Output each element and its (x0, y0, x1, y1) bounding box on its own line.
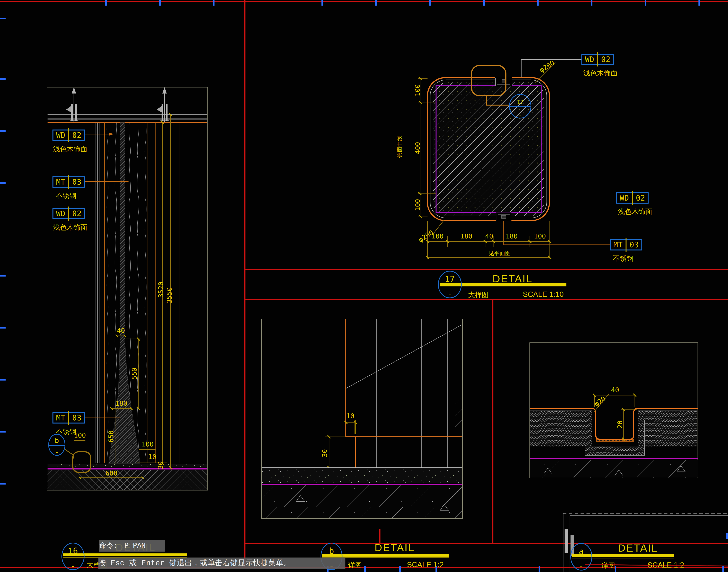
dim-180: 180 (115, 400, 127, 407)
ceiling-anchor-icon (157, 88, 169, 122)
plan-bottom-dimensions: 100 180 40 180 100 见平面图 (426, 221, 551, 259)
dim-3520: 3520 (157, 282, 164, 298)
label-number: 02 (72, 131, 81, 139)
floor-membrane-line (530, 457, 698, 459)
mini-elevation-bars (565, 529, 574, 556)
dim-40: 40 (611, 386, 619, 394)
label-number: 03 (72, 178, 81, 186)
dim-600: 600 (105, 469, 118, 477)
label-material-name: 浅色木饰面 (53, 145, 87, 153)
dim-30: 30 (321, 449, 329, 457)
plan-detail-drawing: 17 - WD 02 浅色木饰面 WD 02 浅色木饰面 MT 03 不锈钢 φ… (396, 52, 652, 263)
command-tooltip: 命令:P PAN (99, 540, 165, 552)
material-label-wd02-plan-top: WD 02 浅色木饰面 (521, 52, 617, 77)
label-code: WD (620, 194, 629, 202)
cad-drawing-canvas[interactable]: WD 02 浅色木饰面 MT 03 不锈钢 WD 02 浅色木饰面 MT 03 … (0, 0, 728, 572)
dim-10: 10 (346, 412, 354, 420)
label-code: MT (613, 240, 623, 249)
dim-30: 30 (157, 461, 164, 469)
dim-phi200-top: φ200 (538, 59, 556, 74)
label-number: 02 (72, 209, 81, 218)
label-number: 03 (630, 240, 639, 249)
label-material-name: 不锈钢 (613, 255, 634, 263)
material-label-wd02-plan-mid: WD 02 浅色木饰面 (550, 191, 652, 216)
dim-40: 40 (485, 232, 493, 240)
label-material-name: 不锈钢 (56, 192, 76, 200)
dim-100-right: 100 (142, 440, 154, 448)
dim-40: 40 (117, 327, 125, 334)
left-section-drawing: WD 02 浅色木饰面 MT 03 不锈钢 WD 02 浅色木饰面 MT 03 … (47, 87, 208, 490)
label-material-name: 浅色木饰面 (583, 69, 617, 77)
title-detail: DETAIL (375, 542, 415, 554)
callout-number: b (55, 436, 59, 445)
dim-100-top: 100 (414, 84, 421, 96)
bottom-joint (496, 212, 511, 221)
dim-400: 400 (414, 142, 421, 154)
dim-650: 650 (107, 430, 115, 442)
detail-sub: - (447, 290, 452, 299)
dim-3550: 3550 (165, 287, 173, 303)
plan-side-note: 饰面中线 (396, 136, 403, 158)
command-hint-text: 按 Esc 或 Enter 键退出，或单击右键显示快捷菜单。 (98, 559, 291, 568)
dim-550: 550 (131, 367, 138, 379)
material-label-mt03-plan: MT 03 不锈钢 (504, 221, 642, 263)
floor-membrane-line (262, 484, 462, 485)
ceiling-anchor-icon (66, 88, 78, 122)
label-code: WD (56, 131, 65, 139)
detail-a-drawing: 40 φ20 20 (530, 343, 698, 478)
title-detail: DETAIL (618, 542, 658, 554)
dim-100-bottom: 100 (414, 199, 421, 211)
plan-bottom-note: 见平面图 (489, 250, 511, 257)
title-cn: 详图 (601, 562, 615, 570)
dim-20: 20 (616, 420, 624, 428)
title-scale: SCALE 1:10 (523, 290, 564, 298)
detail-number: 16 (68, 546, 78, 556)
label-material-name: 浅色木饰面 (53, 223, 87, 231)
dim-180: 180 (460, 232, 472, 240)
detail-number: 17 (445, 274, 455, 284)
title-cn: 详图 (348, 561, 362, 569)
callout-sub: - (55, 448, 59, 456)
dim-phi20: φ20 (593, 395, 607, 408)
label-number: 02 (636, 194, 645, 202)
command-prefix: 命令: (99, 542, 118, 550)
cad-sheet: WD 02 浅色木饰面 MT 03 不锈钢 WD 02 浅色木饰面 MT 03 … (0, 0, 728, 572)
dim-180b: 180 (506, 232, 518, 240)
title-scale: SCALE 1:2 (647, 561, 684, 569)
dim-100: 100 (431, 232, 443, 240)
label-material-name: 浅色木饰面 (618, 208, 652, 216)
label-code: MT (56, 414, 65, 422)
top-joint (495, 77, 512, 86)
floor-membrane-line (48, 468, 207, 470)
label-number: 03 (72, 414, 81, 422)
dim-10: 10 (148, 453, 156, 460)
detail-sub: - (579, 561, 584, 571)
label-code: WD (585, 55, 594, 64)
detail-b-drawing: 10 30 (262, 319, 462, 518)
title-cn: 大样图 (468, 291, 489, 299)
title-detail: DETAIL (493, 273, 533, 285)
callout-sub: - (518, 112, 522, 119)
command-echo: P PAN (125, 542, 146, 550)
detail-sub: - (71, 561, 76, 571)
title-bar-a: DETAIL a - 详图 SCALE 1:2 (571, 542, 684, 571)
label-number: 02 (601, 55, 610, 64)
detail-number: a (579, 547, 584, 556)
dim-100-left: 100 (74, 431, 86, 439)
dim-100b: 100 (534, 232, 546, 240)
detail-number: b (329, 546, 334, 556)
title-scale: SCALE 1:2 (407, 561, 444, 569)
title-bar-17: DETAIL 17 - 大样图 SCALE 1:10 (438, 271, 567, 299)
callout-number: 17 (517, 99, 523, 105)
label-code: MT (56, 178, 65, 186)
label-code: WD (56, 209, 65, 218)
command-hint-bar: 按 Esc 或 Enter 键退出，或单击右键显示快捷菜单。 (98, 558, 346, 569)
